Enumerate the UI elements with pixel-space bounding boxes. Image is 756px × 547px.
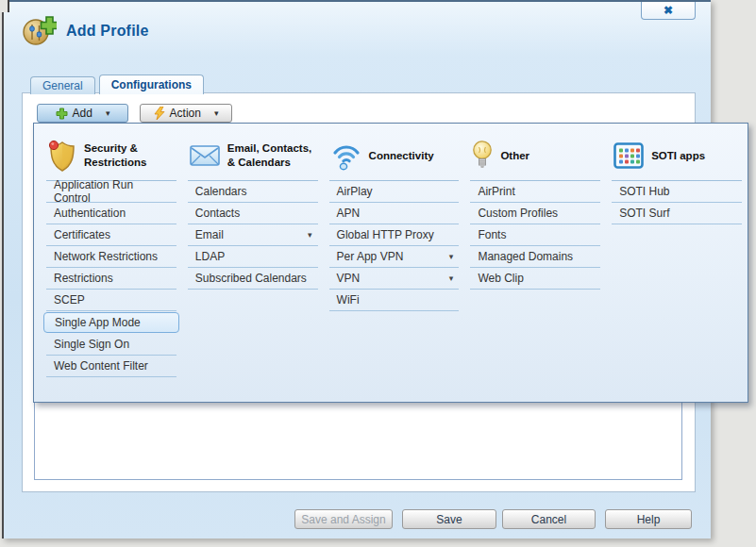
menu-item[interactable]: Contacts	[188, 203, 318, 224]
menu-item-label: Certificates	[54, 228, 110, 241]
menu-item[interactable]: Authentication	[46, 203, 176, 224]
close-icon: ✖	[664, 4, 673, 17]
menu-item-label: SOTI Hub	[619, 185, 669, 198]
page-title: Add Profile	[66, 23, 149, 40]
tab-general[interactable]: General	[30, 76, 95, 94]
menu-item-label: VPN	[337, 272, 361, 285]
menu-column-title: Email, Contacts, & Calendars	[227, 141, 318, 170]
menu-item[interactable]: Custom Profiles	[470, 203, 600, 224]
menu-item[interactable]: Certificates	[46, 224, 176, 246]
menu-item-label: Fonts	[478, 228, 506, 241]
menu-item-label: SOTI Surf	[619, 207, 669, 220]
menu-item[interactable]: LDAP	[188, 246, 318, 268]
menu-column-header: Other	[470, 131, 600, 180]
lightning-icon	[154, 107, 165, 120]
add-button-label: Add	[73, 107, 92, 120]
menu-column-header: Security & Restrictions	[46, 131, 176, 180]
menu-item[interactable]: APN	[329, 203, 460, 224]
plus-icon	[56, 108, 68, 120]
chevron-down-icon: ▾	[106, 108, 110, 118]
tab-bar: General Configurations	[30, 75, 204, 94]
menu-item[interactable]: Global HTTP Proxy	[329, 224, 460, 246]
menu-item-label: Contacts	[195, 207, 240, 220]
menu-column-items: AirPrintCustom ProfilesFontsManaged Doma…	[470, 180, 600, 290]
menu-item[interactable]: SOTI Hub	[612, 181, 742, 203]
save-and-assign-button[interactable]: Save and Assign	[294, 509, 393, 529]
menu-item-label: Subscribed Calendars	[195, 272, 307, 285]
action-button[interactable]: Action ▾	[140, 104, 232, 123]
menu-item-label: Application Run Control	[54, 178, 171, 205]
menu-column: Connectivity AirPlayAPNGlobal HTTP Proxy…	[329, 131, 460, 402]
menu-item[interactable]: Calendars	[188, 181, 318, 203]
menu-item-label: Single App Mode	[55, 316, 141, 329]
menu-item[interactable]: WiFi	[329, 290, 460, 311]
menu-column-title: Other	[500, 149, 529, 163]
menu-column-title: Connectivity	[369, 149, 434, 163]
background-notch	[0, 0, 9, 12]
menu-column-header: Email, Contacts, & Calendars	[188, 131, 318, 180]
menu-item-label: APN	[337, 207, 361, 220]
cancel-button[interactable]: Cancel	[502, 509, 596, 529]
menu-item-label: AirPlay	[337, 185, 373, 198]
menu-column: Email, Contacts, & Calendars CalendarsCo…	[188, 131, 318, 402]
menu-item[interactable]: Restrictions	[46, 268, 176, 290]
menu-item-label: Custom Profiles	[478, 207, 558, 220]
menu-item[interactable]: SCEP	[46, 290, 176, 311]
menu-item[interactable]: Per App VPN▾	[329, 246, 460, 268]
chevron-down-icon: ▾	[449, 252, 454, 261]
menu-item-label: Web Content Filter	[54, 359, 148, 373]
tab-general-label: General	[42, 79, 83, 92]
wifi-icon	[331, 141, 361, 171]
menu-item-label: Calendars	[195, 185, 247, 198]
menu-item[interactable]: VPN▾	[329, 268, 460, 290]
add-menu-popup: Security & Restrictions Application Run …	[33, 123, 748, 403]
menu-item[interactable]: Managed Domains	[470, 246, 600, 268]
close-button[interactable]: ✖	[641, 2, 696, 20]
menu-item[interactable]: Network Restrictions	[46, 246, 176, 268]
menu-column: SOTI apps SOTI HubSOTI Surf	[612, 131, 742, 402]
menu-item[interactable]: AirPrint	[470, 181, 600, 203]
menu-item-label: Managed Domains	[478, 250, 573, 263]
menu-item[interactable]: Fonts	[470, 224, 600, 246]
profile-plus-icon	[23, 15, 57, 46]
chevron-down-icon: ▾	[449, 274, 454, 283]
save-button[interactable]: Save	[402, 509, 496, 529]
menu-column-items: AirPlayAPNGlobal HTTP ProxyPer App VPN▾V…	[329, 180, 460, 311]
chevron-down-icon: ▾	[214, 108, 219, 118]
menu-item-label: Web Clip	[478, 272, 523, 285]
tab-configurations[interactable]: Configurations	[99, 75, 204, 94]
menu-column-header: Connectivity	[329, 131, 460, 180]
menu-item-label: AirPrint	[478, 185, 514, 198]
menu-item[interactable]: Web Clip	[470, 268, 600, 290]
menu-column-title: SOTI apps	[651, 149, 705, 163]
menu-item[interactable]: Application Run Control	[46, 181, 176, 203]
menu-item[interactable]: AirPlay	[329, 181, 460, 203]
apps-grid-icon	[613, 142, 644, 169]
menu-item[interactable]: Single App Mode	[43, 312, 179, 333]
menu-item[interactable]: SOTI Surf	[612, 203, 742, 224]
menu-item[interactable]: Single Sign On	[46, 334, 176, 356]
help-button[interactable]: Help	[605, 509, 692, 529]
menu-column: Other AirPrintCustom ProfilesFontsManage…	[470, 131, 600, 402]
menu-item-label: Authentication	[54, 207, 126, 220]
menu-column-title: Security & Restrictions	[84, 141, 176, 170]
action-button-label: Action	[170, 107, 201, 120]
menu-item[interactable]: Email▾	[188, 224, 318, 246]
menu-item-label: LDAP	[195, 250, 225, 263]
menu-item[interactable]: Subscribed Calendars	[188, 268, 318, 290]
dialog-header: Add Profile	[23, 15, 149, 46]
menu-item-label: Global HTTP Proxy	[337, 228, 434, 241]
menu-column-header: SOTI apps	[612, 131, 742, 180]
menu-column: Security & Restrictions Application Run …	[46, 131, 176, 402]
tab-configurations-label: Configurations	[111, 78, 192, 91]
chevron-down-icon: ▾	[308, 230, 312, 240]
menu-item-label: SCEP	[54, 293, 85, 307]
lightbulb-icon	[472, 140, 493, 173]
menu-item-label: Restrictions	[54, 272, 113, 285]
menu-item-label: Single Sign On	[54, 338, 129, 351]
add-button[interactable]: Add ▾	[37, 104, 128, 123]
toolbar: Add ▾ Action ▾	[37, 104, 232, 123]
menu-item[interactable]: Web Content Filter	[46, 356, 176, 377]
menu-item-label: Network Restrictions	[54, 250, 158, 263]
envelope-icon	[190, 144, 220, 167]
